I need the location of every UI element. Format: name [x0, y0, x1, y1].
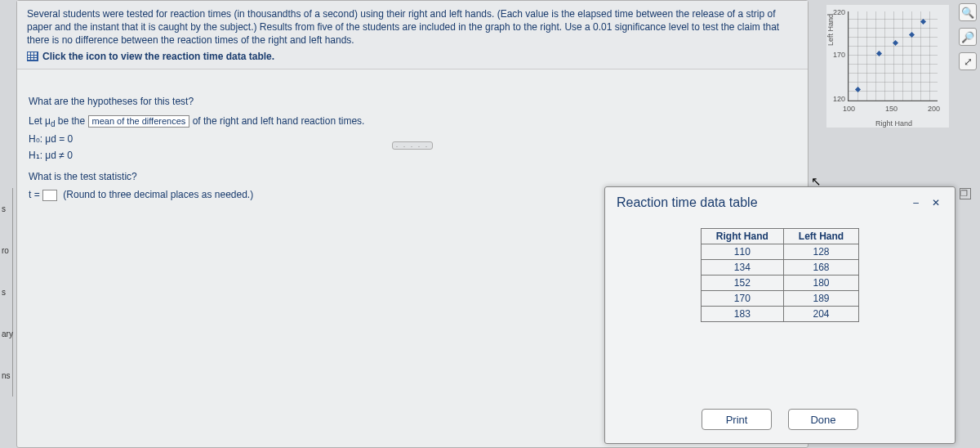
cursor-icon: ↖ [811, 174, 822, 189]
print-button[interactable]: Print [702, 409, 772, 430]
side-tab[interactable]: s [0, 271, 13, 313]
col-header-left: Left Hand [783, 229, 858, 244]
side-tab[interactable]: ary [0, 313, 13, 355]
copy-table-icon[interactable]: ❐ [960, 188, 971, 199]
plot-area [848, 11, 938, 101]
side-tab[interactable]: ro [0, 230, 13, 271]
t-input[interactable] [42, 190, 57, 201]
data-table-dialog: ↖ Reaction time data table – ✕ Right Han… [604, 186, 956, 444]
done-button[interactable]: Done [788, 409, 858, 430]
h1-line: H₁: μd ≠ 0 [29, 150, 796, 161]
blank-mean-differences[interactable]: mean of the differences [88, 115, 190, 128]
scatter-chart: Left Hand 220 170 120 100 150 200 Right … [826, 5, 949, 128]
prompt-text: Several students were tested for reactio… [27, 7, 798, 47]
zoom-out-icon[interactable]: 🔎 [959, 28, 977, 46]
data-point [855, 87, 861, 92]
prompt-area: Several students were tested for reactio… [17, 1, 808, 69]
open-external-icon[interactable]: ⤢ [959, 52, 977, 70]
data-point [893, 40, 898, 46]
y-tick: 170 [833, 51, 845, 59]
x-tick: 150 [885, 105, 898, 113]
y-tick: 220 [833, 8, 845, 16]
table-row: 152180 [701, 276, 858, 291]
reaction-data-table: Right Hand Left Hand 110128 134168 15218… [701, 228, 859, 322]
table-icon [27, 52, 38, 61]
dialog-header: Reaction time data table – ✕ [605, 187, 955, 213]
x-axis-label: Right Hand [875, 119, 912, 128]
x-tick: 100 [843, 105, 855, 113]
table-row: 183204 [701, 307, 858, 322]
chart-toolbar: 🔍 🔎 ⤢ [959, 3, 977, 70]
col-header-right: Right Hand [701, 229, 783, 244]
data-point [909, 32, 915, 38]
data-table-wrap: Right Hand Left Hand 110128 134168 15218… [686, 228, 874, 322]
zoom-in-icon[interactable]: 🔍 [959, 3, 977, 21]
side-tab[interactable]: ns [0, 355, 13, 396]
let-line: Let μd be the mean of the differences of… [29, 115, 796, 128]
test-stat-question: What is the test statistic? [29, 171, 796, 182]
close-icon[interactable]: ✕ [929, 195, 943, 210]
data-point [920, 19, 926, 25]
expand-divider[interactable]: · · · · · [392, 141, 433, 150]
side-tab[interactable]: s [0, 188, 13, 230]
round-hint: (Round to three decimal places as needed… [63, 189, 253, 200]
open-data-table-link[interactable]: Click the icon to view the reaction time… [27, 51, 798, 62]
minimize-icon[interactable]: – [910, 195, 922, 210]
table-row: 110128 [701, 244, 858, 260]
hypotheses-question: What are the hypotheses for this test? [29, 96, 796, 107]
dialog-title: Reaction time data table [617, 195, 758, 210]
y-tick: 120 [833, 95, 845, 103]
data-point [876, 51, 882, 56]
table-row: 134168 [701, 260, 858, 276]
x-tick: 200 [928, 105, 940, 113]
y-axis-label: Left Hand [826, 14, 835, 46]
table-row: 170189 [701, 291, 858, 307]
open-data-table-label: Click the icon to view the reaction time… [42, 51, 274, 62]
side-tabs: s ro s ary ns [0, 188, 13, 396]
